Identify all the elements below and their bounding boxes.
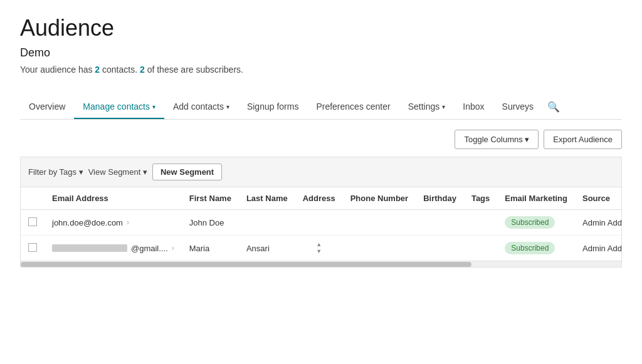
- view-segment-button[interactable]: View Segment ▾: [88, 167, 147, 177]
- th-last-name: Last Name: [239, 187, 295, 210]
- th-birthday: Birthday: [416, 187, 464, 210]
- th-checkbox: [21, 187, 45, 210]
- first-name-cell: Maria: [182, 236, 239, 261]
- summary-middle: contacts.: [102, 65, 140, 75]
- birthday-cell: [416, 210, 464, 236]
- subscribed-badge: Subscribed: [505, 242, 555, 254]
- table-header-row: Email Address First Name Last Name Addre…: [21, 187, 622, 210]
- toggle-columns-button[interactable]: Toggle Columns ▾: [455, 130, 539, 149]
- last-name-cell: Ansari: [239, 236, 295, 261]
- email-suffix: @gmail....: [131, 244, 168, 253]
- contacts-table: Email Address First Name Last Name Addre…: [21, 187, 622, 261]
- nav-bar: Overview Manage contacts ▾ Add contacts …: [20, 95, 622, 120]
- nav-item-add-contacts[interactable]: Add contacts ▾: [164, 95, 238, 119]
- export-audience-button[interactable]: Export Audience: [544, 130, 622, 149]
- th-email-marketing: Email Marketing: [497, 187, 575, 210]
- search-icon[interactable]: 🔍: [542, 95, 565, 119]
- page-title: Audience: [20, 15, 622, 41]
- nav-item-manage-contacts[interactable]: Manage contacts ▾: [74, 95, 164, 119]
- th-source: Source: [575, 187, 622, 210]
- scroll-up-arrow[interactable]: ▲: [316, 242, 322, 247]
- email-marketing-cell: Subscribed: [497, 236, 575, 261]
- nav-item-surveys[interactable]: Surveys: [493, 95, 543, 119]
- horizontal-scroll-thumb: [21, 262, 471, 267]
- th-tags: Tags: [464, 187, 497, 210]
- filter-by-tags-button[interactable]: Filter by Tags ▾: [28, 167, 83, 177]
- blurred-email: [52, 244, 127, 252]
- email-marketing-cell: Subscribed: [497, 210, 575, 236]
- nav-item-overview[interactable]: Overview: [20, 95, 74, 119]
- page-container: Audience Demo Your audience has 2 contac…: [0, 0, 642, 283]
- tags-cell: [464, 210, 497, 236]
- table-row: @gmail....›MariaAnsari▲▼SubscribedAdmin …: [21, 236, 622, 261]
- sub-title: Demo: [20, 46, 622, 60]
- email-cell: @gmail....›: [52, 244, 174, 253]
- row-checkbox[interactable]: [28, 243, 37, 252]
- email-row-arrow[interactable]: ›: [172, 244, 174, 252]
- email-address: john.doe@doe.com: [52, 218, 123, 227]
- address-cell: [295, 210, 343, 236]
- subscribers-count: 2: [140, 65, 145, 75]
- table-controls: Filter by Tags ▾ View Segment ▾ New Segm…: [20, 157, 622, 187]
- contacts-count: 2: [95, 65, 100, 75]
- vertical-scroll-control[interactable]: ▲▼: [303, 242, 335, 254]
- phone-cell: [343, 210, 416, 236]
- table-row: john.doe@doe.com›John DoeSubscribedAdmin…: [21, 210, 622, 236]
- nav-item-inbox[interactable]: Inbox: [454, 95, 493, 119]
- manage-contacts-chevron: ▾: [152, 103, 155, 110]
- summary-prefix: Your audience has: [20, 65, 95, 75]
- last-name-cell: [239, 210, 295, 236]
- new-segment-button[interactable]: New Segment: [152, 164, 222, 180]
- subscribed-badge: Subscribed: [505, 216, 555, 229]
- row-checkbox[interactable]: [28, 217, 37, 226]
- nav-item-preferences-center[interactable]: Preferences center: [307, 95, 399, 119]
- email-cell: john.doe@doe.com›: [52, 218, 174, 227]
- phone-cell: [343, 236, 416, 261]
- settings-chevron: ▾: [442, 103, 445, 110]
- summary-suffix: of these are subscribers.: [147, 65, 243, 75]
- contacts-table-wrapper: Email Address First Name Last Name Addre…: [20, 187, 622, 268]
- add-contacts-chevron: ▾: [226, 103, 229, 110]
- address-cell: ▲▼: [295, 236, 343, 261]
- th-first-name: First Name: [182, 187, 239, 210]
- audience-summary: Your audience has 2 contacts. 2 of these…: [20, 65, 622, 75]
- th-address: Address: [295, 187, 343, 210]
- tags-cell: [464, 236, 497, 261]
- source-cell: Admin Add: [575, 210, 622, 236]
- email-row-arrow[interactable]: ›: [127, 218, 129, 227]
- nav-item-signup-forms[interactable]: Signup forms: [238, 95, 307, 119]
- th-email: Email Address: [45, 187, 182, 210]
- first-name-cell: John Doe: [182, 210, 239, 236]
- birthday-cell: [416, 236, 464, 261]
- nav-item-settings[interactable]: Settings ▾: [399, 95, 455, 119]
- scroll-down-arrow[interactable]: ▼: [316, 249, 322, 254]
- horizontal-scrollbar[interactable]: [21, 261, 621, 267]
- source-cell: Admin Add: [575, 236, 622, 261]
- toolbar-row: Toggle Columns ▾ Export Audience: [20, 130, 622, 149]
- th-phone: Phone Number: [343, 187, 416, 210]
